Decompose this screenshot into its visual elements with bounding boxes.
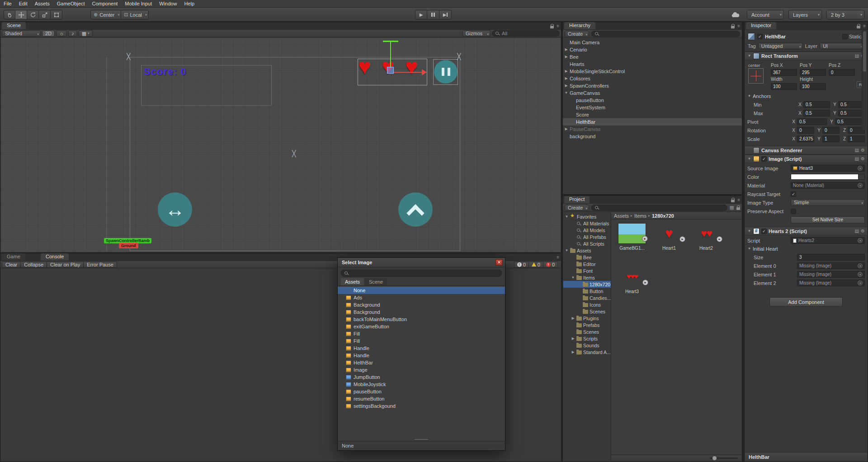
hierarchy-item[interactable]: Colisores	[563, 75, 742, 82]
max-y-field[interactable]: 0.5	[838, 110, 865, 117]
dialog-list-item[interactable]: HelthBar	[338, 359, 505, 366]
dialog-search-input[interactable]	[351, 271, 498, 276]
canvas-renderer-header[interactable]: Canvas Renderer ▤ ⚙	[745, 146, 867, 154]
layout-dropdown[interactable]: 2 by 3	[826, 10, 864, 19]
project-tree-item[interactable]: Bee	[563, 254, 611, 261]
hierarchy-search-input[interactable]	[601, 31, 736, 37]
help-icon[interactable]: ▤	[855, 53, 859, 58]
help-icon[interactable]: ▤	[855, 148, 859, 153]
gizmo-x-axis[interactable]	[393, 72, 422, 73]
account-dropdown[interactable]: Account	[747, 10, 784, 19]
script-field[interactable]: Hearts2	[791, 237, 865, 244]
console-toolbar-button[interactable]: Clear	[2, 261, 21, 268]
console-toolbar-button[interactable]: Collapse	[21, 261, 47, 268]
console-toolbar-button[interactable]: Clear on Play	[47, 261, 84, 268]
dialog-tab-scene[interactable]: Scene	[365, 278, 387, 285]
hierarchy-item[interactable]: MobileSingleStickControl	[563, 68, 742, 75]
inspector-scrollbar[interactable]	[862, 30, 867, 130]
foldout-arrow-icon[interactable]	[747, 155, 751, 163]
max-x-field[interactable]: 0.5	[803, 110, 830, 117]
material-field[interactable]: None (Material)	[791, 182, 865, 189]
asset-thumbnail[interactable]: Heart1	[651, 223, 687, 266]
size-field[interactable]: 3	[797, 254, 865, 261]
height-field[interactable]: 100	[800, 83, 826, 90]
gear-icon[interactable]: ⚙	[861, 148, 865, 153]
lock-icon[interactable]	[857, 26, 860, 28]
project-tree-item[interactable]: Scripts	[563, 335, 611, 342]
console-toolbar-button[interactable]: Error Pause	[84, 261, 117, 268]
sprite-expand-icon[interactable]	[642, 236, 648, 242]
rotation-y-field[interactable]: 0	[822, 127, 840, 134]
tab-game[interactable]: Game	[2, 253, 25, 261]
object-picker-icon[interactable]	[858, 280, 863, 285]
expand-arrow-icon[interactable]	[571, 274, 575, 281]
zoom-slider-knob[interactable]	[712, 456, 717, 460]
scene-search[interactable]: All	[492, 30, 560, 37]
anchors-foldout[interactable]: Anchors	[747, 93, 865, 100]
dialog-list-item[interactable]: Handle	[338, 352, 505, 359]
gizmo-x-arrowhead[interactable]	[422, 69, 427, 75]
layers-dropdown[interactable]: Layers	[788, 10, 822, 19]
project-tree-item[interactable]: All Models	[563, 227, 611, 233]
pivot-y-field[interactable]: 0.5	[835, 118, 865, 125]
object-picker-icon[interactable]	[858, 272, 863, 277]
mode-2d-button[interactable]: 2D	[42, 30, 55, 37]
anchor-preset-icon[interactable]	[748, 68, 764, 84]
rotation-x-field[interactable]: 0	[797, 127, 814, 134]
dialog-list-item[interactable]: None	[338, 287, 505, 294]
foldout-arrow-icon[interactable]	[747, 93, 751, 100]
heart-sprite[interactable]: ♥	[405, 56, 418, 78]
expand-arrow-icon[interactable]	[564, 68, 568, 75]
scale-tool-button[interactable]	[39, 10, 51, 19]
expand-arrow-icon[interactable]	[565, 247, 569, 254]
hierarchy-item[interactable]: pauseButton	[563, 97, 742, 104]
foldout-arrow-icon[interactable]	[747, 228, 751, 235]
hierarchy-item[interactable]: Hearts	[563, 61, 742, 68]
project-tree-item[interactable]: Scenes	[563, 308, 611, 315]
tab-hierarchy[interactable]: Hierarchy	[564, 22, 595, 29]
rect-handle-icon[interactable]: ╳	[127, 53, 130, 60]
heart-sprite[interactable]: ♥	[358, 56, 371, 78]
hand-tool-button[interactable]	[4, 10, 15, 19]
project-tree-item[interactable]: Button	[563, 288, 611, 294]
rect-transform-header[interactable]: Rect Transform ▤ ⚙	[745, 51, 867, 60]
menu-item[interactable]: Help	[180, 0, 198, 7]
project-create-dropdown[interactable]: Create	[565, 205, 589, 211]
scene-audio-button[interactable]: ♪	[68, 30, 77, 37]
dialog-list-item[interactable]: Handle	[338, 345, 505, 352]
lock-icon[interactable]	[731, 26, 735, 28]
anchor-preset-widget[interactable]: center	[748, 63, 767, 90]
pause-button-object[interactable]	[434, 60, 458, 84]
scale-x-field[interactable]: 2.6375	[797, 135, 814, 142]
dialog-list-item[interactable]: settingsBackgound	[338, 402, 505, 410]
project-tree-item[interactable]: All Materials	[563, 220, 611, 227]
project-tree-item[interactable]: Scenes	[563, 328, 611, 335]
project-search-input[interactable]	[601, 205, 724, 210]
min-x-field[interactable]: 0.5	[803, 101, 830, 108]
project-tree-item[interactable]: Font	[563, 267, 611, 274]
asset-thumbnail[interactable]: GameBG1...	[614, 223, 650, 266]
image-type-dropdown[interactable]: Simple	[791, 199, 865, 206]
panel-menu-icon[interactable]: ≡	[557, 23, 559, 28]
project-tree-item[interactable]: Plugins	[563, 315, 611, 322]
lock-icon[interactable]	[731, 200, 735, 202]
width-field[interactable]: 100	[771, 83, 797, 90]
project-tree-item[interactable]: 1280x720	[563, 281, 611, 288]
menu-item[interactable]: Window	[156, 0, 180, 7]
dialog-list-item[interactable]: pauseButton	[338, 388, 505, 395]
dialog-list-item[interactable]: Ads	[338, 294, 505, 301]
pos-x-field[interactable]: 367	[771, 69, 797, 76]
gameobject-name[interactable]: HelthBar	[765, 34, 840, 39]
hearts2-component-header[interactable]: Hearts 2 (Script) ▤ ⚙	[745, 227, 867, 235]
dialog-search-field[interactable]	[341, 270, 502, 277]
asset-thumbnail[interactable]: Heart3	[614, 266, 650, 309]
asset-preview[interactable]	[692, 223, 720, 244]
layer-dropdown[interactable]: UI	[820, 43, 864, 49]
warning-count-toggle[interactable]: 0	[529, 261, 543, 268]
scene-viewport[interactable]: ╳ ╳ ╳ Score: 0 ♥ ♥ ♥ ↔ SpawnControllerBa…	[1, 38, 561, 252]
set-native-size-button[interactable]: Set Native Size	[791, 216, 865, 224]
help-icon[interactable]: ▤	[855, 156, 859, 161]
hierarchy-item[interactable]: PauseCanvas	[563, 126, 742, 133]
hierarchy-item[interactable]: HelthBar	[563, 118, 742, 126]
panel-menu-icon[interactable]: ≡	[737, 197, 740, 202]
